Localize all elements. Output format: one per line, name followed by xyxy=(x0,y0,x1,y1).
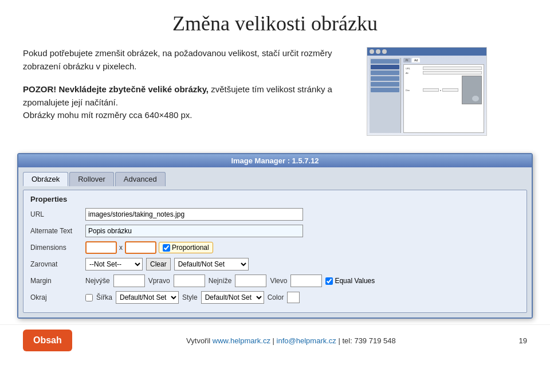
fake-sidebar-item4 xyxy=(371,76,399,81)
dialog-body: Obrázek Rollover Advanced Properties URL… xyxy=(18,167,532,317)
image-manager-dialog: Image Manager : 1.5.7.12 Obrázek Rollove… xyxy=(17,153,533,319)
border-style-select[interactable]: Default/Not Set xyxy=(201,291,264,304)
height-input[interactable] xyxy=(125,241,156,254)
margin-right-input[interactable] xyxy=(174,275,205,287)
fake-row1: URL xyxy=(406,66,482,70)
fake-label3: Dim xyxy=(406,89,422,92)
url-row: URL xyxy=(30,208,520,221)
fake-input2 xyxy=(423,71,482,75)
border-width-label: Šířka xyxy=(96,293,112,301)
fake-row2: Alt xyxy=(406,71,482,75)
border-style-select-default[interactable]: Default/Not Set xyxy=(116,291,179,304)
margin-bottom-label: Nejníže xyxy=(209,277,232,285)
margin-bottom-input[interactable] xyxy=(235,275,266,287)
fake-sidebar-item6 xyxy=(371,88,399,92)
align-default-select[interactable]: Default/Not Set xyxy=(174,258,249,271)
margin-left-input[interactable] xyxy=(290,275,322,287)
margin-label: Margin xyxy=(30,277,82,285)
fake-sidebar xyxy=(370,58,401,133)
border-inputs: Šířka Default/Not Set Style Default/Not … xyxy=(85,291,300,304)
fake-main: Pr Ad URL Alt xyxy=(403,58,484,133)
align-label: Zarovnat xyxy=(30,260,82,268)
tab-obrazek[interactable]: Obrázek xyxy=(23,172,68,186)
fake-sidebar-item5 xyxy=(371,82,399,87)
margin-right-label: Vpravo xyxy=(148,277,170,285)
fake-row3: Dim x xyxy=(406,76,482,104)
dialog-title: Image Manager : 1.5.7.12 xyxy=(231,156,319,165)
page-number: 19 xyxy=(510,336,527,345)
main-content: Změna velikosti obrázku Pokud potřebujet… xyxy=(0,0,550,147)
fake-input3 xyxy=(423,88,439,92)
url-label: URL xyxy=(30,210,82,218)
obsah-button[interactable]: Obsah xyxy=(23,330,72,351)
color-picker[interactable] xyxy=(287,292,300,303)
intro-bold-text: Nevkládejte zbytečně veliké obrázky, xyxy=(59,84,209,94)
width-input[interactable] xyxy=(85,241,117,254)
footer-text: Vytvořil www.helpmark.cz | info@helpmark… xyxy=(72,336,510,345)
alt-input[interactable] xyxy=(85,225,303,237)
margin-top-input[interactable] xyxy=(113,275,145,287)
fake-titlebar xyxy=(367,48,486,56)
clear-button[interactable]: Clear xyxy=(146,258,171,271)
fake-image xyxy=(462,76,482,104)
dialog-tabs: Obrázek Rollover Advanced xyxy=(23,172,527,186)
align-select[interactable]: --Not Set-- xyxy=(85,258,143,271)
fake-close xyxy=(370,49,374,54)
proportional-checkbox-group: Proportional xyxy=(159,242,213,253)
intro-paragraph2: POZOR! Nevkládejte zbytečně veliké obráz… xyxy=(23,83,355,109)
margin-row: Margin Nejvýše Vpravo Nejníže Vlevo Equa… xyxy=(30,275,520,287)
fake-screenshot: Pr Ad URL Alt xyxy=(367,48,486,135)
intro-bold: Nevkládejte zbytečně veliké obrázky, zvě… xyxy=(23,84,332,107)
page-title: Změna velikosti obrázku xyxy=(23,11,527,36)
tab-advanced[interactable]: Advanced xyxy=(115,172,166,186)
fake-tab1: Pr xyxy=(403,58,411,62)
equal-values-group: Equal Values xyxy=(325,277,375,285)
margin-left-label: Vlevo xyxy=(270,277,287,285)
align-row: Zarovnat --Not Set-- Clear Default/Not S… xyxy=(30,258,520,271)
fake-sidebar-item2 xyxy=(371,65,399,69)
fake-label1: URL xyxy=(406,67,422,70)
equal-values-checkbox[interactable] xyxy=(325,277,333,285)
fake-form: URL Alt Dim x xyxy=(403,64,484,133)
proportional-checkbox[interactable] xyxy=(163,244,170,252)
fake-input4 xyxy=(442,88,458,92)
dim-x-label: x xyxy=(119,244,123,252)
proportional-label: Proportional xyxy=(172,244,209,252)
fake-input1 xyxy=(423,66,482,70)
text-section: Pokud potřebujete zmenšit obrázek, na po… xyxy=(23,47,355,122)
fake-max xyxy=(382,49,387,54)
fake-label2: Alt xyxy=(406,72,422,75)
content-row: Pokud potřebujete zmenšit obrázek, na po… xyxy=(23,47,527,136)
properties-section: Properties URL Alternate Text Dimensions… xyxy=(23,190,527,313)
dimensions-label: Dimensions xyxy=(30,244,82,252)
alt-label: Alternate Text xyxy=(30,227,82,235)
dimensions-inputs: x Proportional xyxy=(85,241,213,254)
dialog-titlebar: Image Manager : 1.5.7.12 xyxy=(18,154,532,167)
footer-link2[interactable]: info@helpmark.cz xyxy=(277,336,336,345)
footer-link1[interactable]: www.helpmark.cz xyxy=(213,336,270,345)
border-style-label: Style xyxy=(182,293,198,301)
fake-sidebar-item3 xyxy=(371,70,399,75)
section-title: Properties xyxy=(30,195,520,203)
fake-tabs: Pr Ad xyxy=(403,58,484,62)
dimensions-row: Dimensions x Proportional xyxy=(30,241,520,254)
url-input[interactable] xyxy=(85,208,303,221)
screenshot-thumbnail: Pr Ad URL Alt xyxy=(367,47,487,136)
margin-top-label: Nejvýše xyxy=(85,277,110,285)
tab-rollover[interactable]: Rollover xyxy=(69,172,114,186)
intro-paragraph1: Pokud potřebujete zmenšit obrázek, na po… xyxy=(23,47,355,73)
margin-inputs: Nejvýše Vpravo Nejníže Vlevo Equal Value… xyxy=(85,275,375,287)
intro-paragraph3: Obrázky mohu mít rozměry cca 640×480 px. xyxy=(23,109,355,122)
border-label: Okraj xyxy=(30,293,82,301)
border-color-label: Color xyxy=(268,293,284,301)
page-footer: Obsah Vytvořil www.helpmark.cz | info@he… xyxy=(0,324,550,356)
warning-label: POZOR! xyxy=(23,84,56,94)
alt-text-row: Alternate Text xyxy=(30,225,520,237)
fake-body: Pr Ad URL Alt xyxy=(367,56,486,135)
border-row: Okraj Šířka Default/Not Set Style Defaul… xyxy=(30,291,520,304)
equal-values-label: Equal Values xyxy=(335,277,375,285)
fake-sidebar-item1 xyxy=(371,59,399,64)
border-width-checkbox[interactable] xyxy=(85,294,93,301)
fake-min xyxy=(376,49,380,54)
fake-tab2: Ad xyxy=(412,58,420,62)
